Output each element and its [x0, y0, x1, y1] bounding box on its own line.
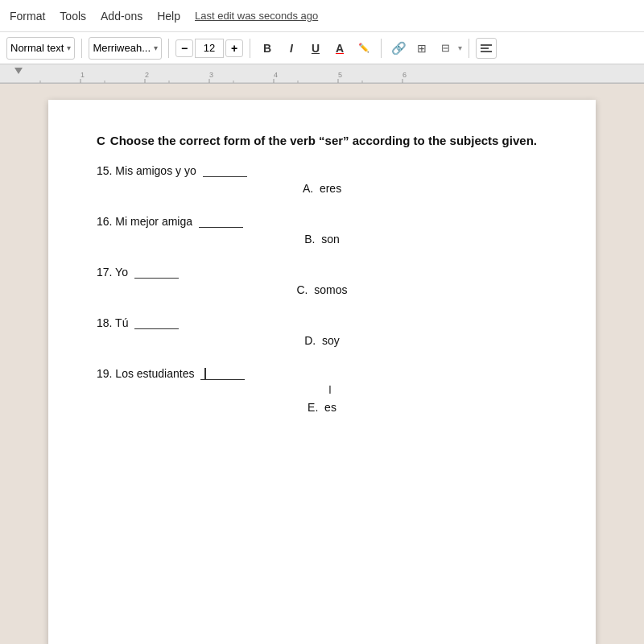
answer-text-C: somos [314, 283, 347, 296]
answer-E: E. es [308, 401, 336, 414]
answer-C: C. somos [296, 283, 347, 296]
cursor-caret: I [328, 383, 332, 396]
bold-button[interactable]: B [257, 38, 278, 59]
text-color-picker[interactable]: ✏️ [353, 38, 374, 59]
blank-18[interactable] [134, 316, 179, 329]
text-color-button[interactable]: A [329, 38, 350, 59]
question-num-19: 19. [97, 367, 112, 380]
question-text-16: Mi mejor amiga [115, 215, 192, 228]
blank-16[interactable] [199, 214, 243, 228]
answer-label-D: D. [304, 334, 316, 347]
font-selector[interactable]: Merriweah... ▾ [89, 37, 162, 60]
question-num-16: 16. [97, 215, 112, 228]
align-icon [480, 42, 493, 55]
answer-label-E: E. [308, 401, 318, 414]
question-19: 19. Los estudiantes [97, 366, 547, 380]
svg-text:6: 6 [402, 71, 407, 79]
answer-text-B: son [321, 233, 340, 246]
font-label: Merriweah... [93, 42, 151, 54]
svg-text:5: 5 [338, 71, 342, 79]
question-row-17: 17. Yo C. somos [97, 265, 547, 296]
ruler: 1 2 3 4 5 6 [0, 64, 644, 84]
answer-row-A: A. eres [97, 182, 547, 195]
section-letter: C [97, 134, 105, 147]
font-size-increase[interactable]: + [225, 39, 243, 57]
answer-label-B: B. [304, 233, 315, 246]
menu-bar: Format Tools Add-ons Help Last edit was … [0, 0, 644, 32]
divider-3 [250, 39, 250, 58]
divider-2 [168, 39, 169, 58]
insert-link-button[interactable]: 🔗 [388, 38, 409, 59]
style-selector[interactable]: Normal text ▾ [6, 37, 75, 60]
answer-B: B. son [304, 233, 340, 246]
document-area: CChoose the correct form of the verb “se… [0, 84, 644, 644]
font-dropdown-arrow: ▾ [154, 43, 158, 52]
menu-tools[interactable]: Tools [60, 10, 86, 23]
question-num-18: 18. [97, 316, 112, 329]
divider-5 [469, 39, 469, 58]
divider-1 [81, 39, 82, 58]
section-heading: CChoose the correct form of the verb “se… [97, 132, 547, 149]
svg-text:4: 4 [274, 71, 278, 79]
svg-rect-1 [481, 47, 489, 49]
blank-19[interactable] [200, 366, 245, 380]
question-row-18: 18. Tú D. soy [97, 316, 547, 347]
svg-text:1: 1 [80, 71, 85, 79]
answer-row-D: D. soy [97, 334, 547, 347]
answer-label-A: A. [303, 182, 313, 195]
question-num-15: 15. [97, 164, 112, 177]
font-size-decrease[interactable]: − [175, 39, 193, 57]
last-edit-status: Last edit was seconds ago [195, 10, 318, 22]
italic-button[interactable]: I [281, 38, 302, 59]
answer-row-B: B. son [97, 233, 547, 246]
question-18: 18. Tú [97, 316, 547, 329]
question-row-16: 16. Mi mejor amiga B. son [97, 214, 547, 246]
more-options-arrow[interactable]: ▾ [458, 43, 462, 52]
insert-image-button[interactable]: ⊟ [435, 38, 456, 59]
question-text-15: Mis amigos y yo [115, 164, 196, 177]
svg-rect-2 [481, 51, 492, 52]
menu-format[interactable]: Format [10, 10, 45, 23]
answer-text-E: es [324, 401, 336, 414]
answer-A: A. eres [303, 182, 341, 195]
font-size-input[interactable] [195, 39, 224, 58]
toolbar: Normal text ▾ Merriweah... ▾ − + B I U A… [0, 32, 644, 64]
text-cursor [204, 368, 206, 379]
font-size-control: − + [175, 39, 243, 58]
menu-help[interactable]: Help [157, 10, 180, 23]
insert-comment-button[interactable]: ⊞ [411, 38, 432, 59]
style-dropdown-arrow: ▾ [67, 43, 71, 52]
ruler-svg: 1 2 3 4 5 6 [0, 64, 644, 84]
section-title-text: Choose the correct form of the verb “ser… [110, 134, 537, 147]
question-row-15: 15. Mis amigos y yo A. eres [97, 163, 547, 195]
question-text-19: Los estudiantes [115, 367, 194, 380]
question-row-19: 19. Los estudiantes I E. es [97, 366, 547, 414]
answer-row-E: E. es [97, 401, 547, 414]
svg-text:2: 2 [145, 71, 149, 79]
answer-row-C: C. somos [97, 283, 547, 296]
question-17: 17. Yo [97, 265, 547, 279]
svg-rect-3 [0, 64, 644, 84]
menu-addons[interactable]: Add-ons [101, 10, 142, 23]
answer-text-D: soy [322, 334, 340, 347]
question-text-17: Yo [115, 266, 128, 279]
document-page[interactable]: CChoose the correct form of the verb “se… [48, 100, 596, 644]
style-label: Normal text [10, 42, 64, 54]
cursor-indicator-area: I [113, 383, 547, 396]
toolbar-icons: 🔗 ⊞ ⊟ ▾ [388, 38, 462, 59]
question-text-18: Tú [115, 316, 128, 329]
blank-15[interactable] [203, 163, 247, 177]
answer-D: D. soy [304, 334, 340, 347]
answer-text-A: eres [320, 182, 341, 195]
svg-rect-0 [481, 44, 492, 46]
divider-4 [381, 39, 382, 58]
answer-label-C: C. [296, 283, 308, 296]
underline-button[interactable]: U [305, 38, 326, 59]
svg-text:3: 3 [209, 71, 213, 79]
blank-17[interactable] [134, 265, 179, 279]
question-16: 16. Mi mejor amiga [97, 214, 547, 228]
align-button[interactable] [476, 38, 497, 59]
question-15: 15. Mis amigos y yo [97, 163, 547, 177]
question-num-17: 17. [97, 266, 112, 279]
